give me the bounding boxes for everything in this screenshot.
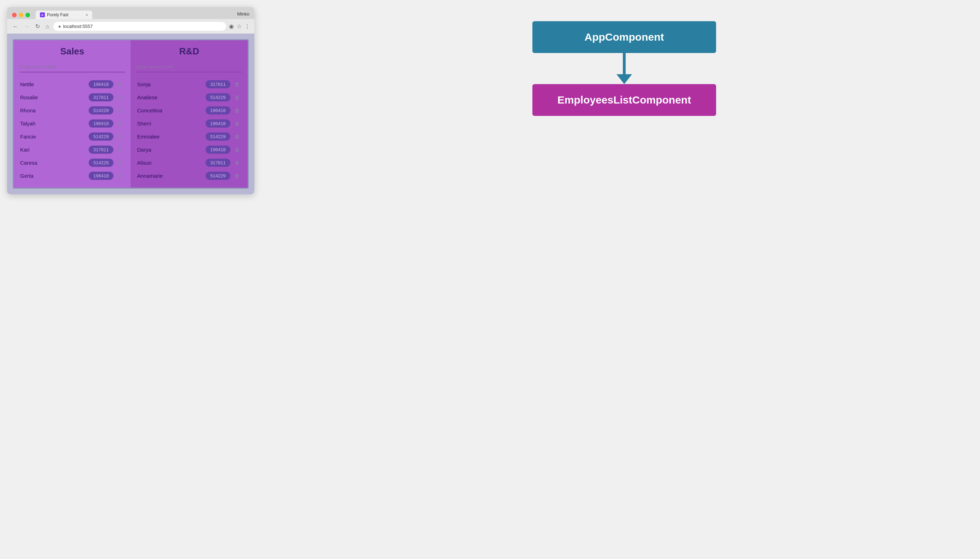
employee-badge: 196418 (89, 172, 113, 180)
delete-button[interactable]: 🗑 (233, 133, 241, 140)
back-button[interactable]: ← (11, 23, 20, 30)
employee-name: Caresa (20, 160, 89, 166)
delete-button[interactable]: 🗑 (233, 120, 241, 127)
sales-panel: Sales Nettle 196418 🗑 Rosalie 317811 🗑 R… (14, 40, 131, 188)
delete-button[interactable]: 🗑 (233, 94, 241, 101)
lock-icon: ● (58, 24, 61, 29)
employee-name: Annamarie (137, 173, 206, 179)
employee-badge: 196418 (206, 119, 230, 127)
table-row: Emmalee 514229 🗑 (136, 131, 242, 143)
employee-badge: 514229 (89, 106, 113, 114)
refresh-button[interactable]: ↻ (34, 22, 41, 30)
table-row: Rosalie 317811 🗑 (20, 91, 125, 104)
table-row: Darya 196418 🗑 (136, 144, 242, 156)
browser-titlebar: A Purely Fast × Minko (7, 7, 255, 19)
arrow-line (623, 53, 626, 74)
rnd-panel: R&D Sonja 317811 🗑 Analiese 514229 🗑 Con… (131, 40, 248, 188)
employee-badge: 514229 (206, 132, 230, 141)
delete-button[interactable]: 🗑 (116, 133, 124, 140)
browser-window: A Purely Fast × Minko ← → ↻ ⌂ ● localhos… (7, 7, 255, 194)
table-row: Nettle 196418 🗑 (20, 78, 125, 91)
employees-component-label: EmployeesListComponent (557, 94, 691, 106)
employee-name: Alisun (137, 160, 206, 166)
menu-icon[interactable]: ⋮ (245, 23, 250, 30)
maximize-button[interactable] (25, 13, 30, 17)
minimize-button[interactable] (19, 13, 23, 17)
browser-content: Sales Nettle 196418 🗑 Rosalie 317811 🗑 R… (7, 33, 255, 194)
forward-button[interactable]: → (23, 23, 31, 30)
sales-name-input[interactable] (20, 62, 125, 73)
employee-name: Talyah (20, 121, 89, 126)
browser-tab[interactable]: A Purely Fast × (36, 11, 92, 19)
delete-button[interactable]: 🗑 (116, 107, 124, 114)
table-row: Kari 317811 🗑 (20, 144, 125, 156)
delete-button[interactable]: 🗑 (116, 81, 124, 88)
employee-name: Analiese (137, 94, 206, 100)
table-row: Concettina 196418 🗑 (136, 104, 242, 117)
diagram-arrow (616, 53, 632, 84)
traffic-lights (12, 13, 30, 17)
table-row: Rhona 514229 🗑 (20, 104, 125, 117)
delete-button[interactable]: 🗑 (116, 146, 124, 153)
close-button[interactable] (12, 13, 17, 17)
table-row: Gerta 196418 🗑 (20, 170, 125, 182)
employee-name: Rosalie (20, 94, 89, 100)
sales-title: Sales (20, 46, 125, 57)
employee-badge: 196418 (206, 146, 230, 154)
app-component-label: AppComponent (585, 31, 664, 43)
employee-name: Sherri (137, 121, 206, 126)
arrow-head (616, 74, 632, 84)
nav-actions: ◉ ☆ ⋮ (229, 23, 250, 30)
browser-user: Minko (237, 11, 250, 19)
employee-badge: 514229 (89, 132, 113, 141)
employee-badge: 514229 (206, 172, 230, 180)
rnd-title: R&D (136, 46, 242, 57)
delete-button[interactable]: 🗑 (116, 159, 124, 166)
employee-name: Darya (137, 147, 206, 153)
employee-name: Kari (20, 147, 89, 153)
delete-button[interactable]: 🗑 (233, 107, 241, 114)
tab-title: Purely Fast (47, 12, 69, 17)
tab-favicon: A (40, 12, 45, 17)
delete-button[interactable]: 🗑 (233, 146, 241, 153)
employee-badge: 317811 (206, 80, 230, 88)
employee-name: Gerta (20, 173, 89, 179)
address-bar[interactable]: ● localhost:5557 (53, 22, 226, 31)
table-row: Fancie 514229 🗑 (20, 131, 125, 143)
delete-button[interactable]: 🗑 (233, 81, 241, 88)
employees-list-component-box: EmployeesListComponent (532, 84, 716, 116)
employee-name: Concettina (137, 108, 206, 113)
delete-button[interactable]: 🗑 (116, 120, 124, 127)
table-row: Annamarie 514229 🗑 (136, 170, 242, 182)
star-icon[interactable]: ☆ (237, 23, 242, 30)
delete-button[interactable]: 🗑 (233, 159, 241, 166)
employee-badge: 196418 (206, 106, 230, 114)
rnd-employee-list: Sonja 317811 🗑 Analiese 514229 🗑 Concett… (136, 78, 242, 182)
employee-name: Nettle (20, 81, 89, 87)
home-button[interactable]: ⌂ (44, 23, 51, 30)
table-row: Caresa 514229 🗑 (20, 157, 125, 169)
tab-close-button[interactable]: × (86, 13, 88, 17)
eye-icon[interactable]: ◉ (229, 23, 234, 30)
employee-badge: 317811 (89, 146, 113, 154)
diagram-container: AppComponent EmployeesListComponent (276, 7, 973, 130)
employee-badge: 514229 (206, 93, 230, 101)
delete-button[interactable]: 🗑 (116, 94, 124, 101)
app-component-box: AppComponent (532, 21, 716, 53)
employee-badge: 514229 (89, 159, 113, 167)
url-text: localhost:5557 (63, 24, 93, 29)
employee-badge: 317811 (89, 93, 113, 101)
rnd-name-input[interactable] (136, 62, 242, 73)
employee-badge: 317811 (206, 159, 230, 167)
sales-employee-list: Nettle 196418 🗑 Rosalie 317811 🗑 Rhona 5… (20, 78, 125, 182)
employee-name: Sonja (137, 81, 206, 87)
table-row: Sonja 317811 🗑 (136, 78, 242, 91)
table-row: Sherri 196418 🗑 (136, 117, 242, 130)
employee-name: Fancie (20, 134, 89, 140)
table-row: Talyah 196418 🗑 (20, 117, 125, 130)
table-row: Analiese 514229 🗑 (136, 91, 242, 104)
delete-button[interactable]: 🗑 (233, 172, 241, 180)
delete-button[interactable]: 🗑 (116, 172, 124, 180)
employee-badge: 196418 (89, 80, 113, 88)
employee-name: Rhona (20, 108, 89, 113)
